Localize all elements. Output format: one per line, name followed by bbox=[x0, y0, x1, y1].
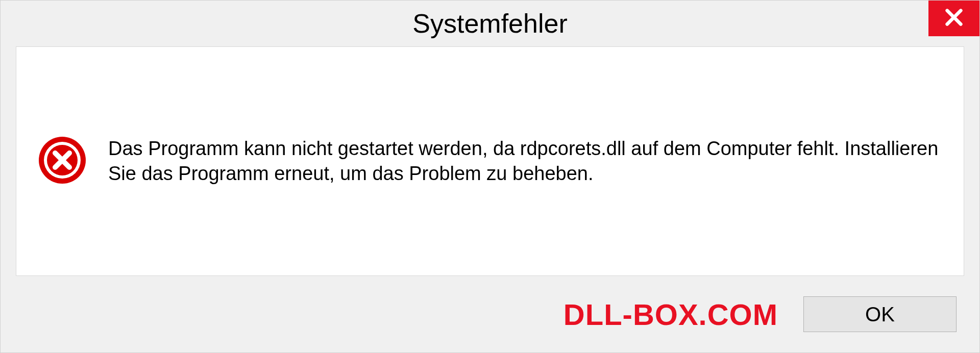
error-dialog: Systemfehler Das Programm kann nicht ges… bbox=[0, 0, 980, 353]
error-icon bbox=[37, 135, 88, 188]
error-message: Das Programm kann nicht gestartet werden… bbox=[108, 136, 943, 187]
close-button[interactable] bbox=[928, 1, 979, 36]
dialog-title: Systemfehler bbox=[412, 8, 567, 39]
close-icon bbox=[944, 7, 964, 30]
content-area: Das Programm kann nicht gestartet werden… bbox=[16, 46, 964, 276]
footer: DLL-BOX.COM OK bbox=[1, 286, 979, 352]
ok-button[interactable]: OK bbox=[803, 296, 957, 332]
titlebar: Systemfehler bbox=[1, 1, 979, 46]
watermark-text: DLL-BOX.COM bbox=[564, 297, 778, 332]
